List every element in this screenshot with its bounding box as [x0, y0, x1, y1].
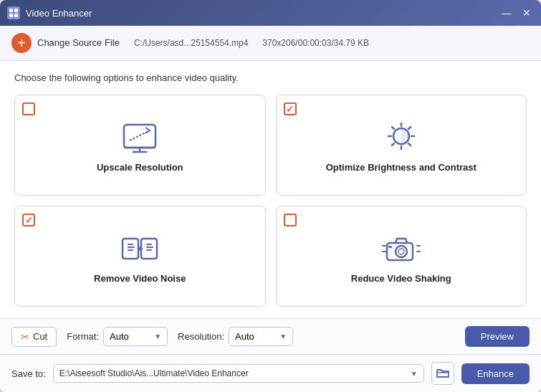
save-path-arrow-icon: ▼ — [411, 370, 418, 378]
toolbar: + Change Source File C:/Users/asd...2515… — [0, 26, 541, 61]
svg-point-28 — [396, 246, 407, 257]
change-source-button[interactable]: + Change Source File — [11, 33, 120, 53]
cut-button[interactable]: ✂ Cut — [11, 327, 57, 347]
save-to-label: Save to: — [11, 368, 46, 379]
bottom-bar: ✂ Cut Format: Auto ▼ Resolution: Auto ▼ … — [0, 318, 541, 354]
svg-line-16 — [408, 127, 411, 129]
svg-rect-30 — [388, 246, 392, 248]
format-arrow-icon: ▼ — [154, 333, 161, 340]
resolution-group: Resolution: Auto ▼ — [178, 327, 293, 346]
shaking-icon — [380, 231, 423, 266]
svg-rect-2 — [9, 14, 13, 17]
option-card-upscale[interactable]: Upscale Resolution — [14, 95, 266, 196]
option-card-shaking[interactable]: Reduce Video Shaking — [276, 206, 527, 307]
noise-label: Remove Video Noise — [94, 273, 186, 284]
format-group: Format: Auto ▼ — [67, 327, 168, 346]
format-value: Auto — [110, 331, 129, 342]
upscale-checkbox[interactable] — [22, 102, 37, 117]
preview-button[interactable]: Preview — [465, 326, 530, 347]
shaking-label: Reduce Video Shaking — [351, 273, 451, 284]
format-select[interactable]: Auto ▼ — [103, 327, 168, 346]
svg-rect-18 — [123, 239, 138, 259]
options-grid: Upscale Resolution ✓ — [14, 95, 527, 307]
resolution-arrow-icon: ▼ — [279, 333, 287, 340]
file-path: C:/Users/asd...25154554.mp4 — [134, 38, 248, 48]
save-bar: Save to: E:\Aiseesoft Studio\Ais...Ultim… — [0, 354, 541, 392]
svg-point-29 — [398, 249, 404, 254]
option-card-noise[interactable]: ✓ Remove Vide — [14, 206, 266, 307]
save-path-text: E:\Aiseesoft Studio\Ais...Ultimate\Video… — [59, 368, 406, 378]
plus-icon: + — [11, 33, 32, 53]
upscale-label: Upscale Resolution — [97, 162, 183, 173]
svg-line-14 — [392, 127, 394, 129]
main-content: Choose the following options to enhance … — [0, 61, 541, 318]
option-card-brightness[interactable]: ✓ Optimize Br — [276, 95, 527, 196]
checkbox-unchecked-upscale — [22, 102, 35, 115]
checkbox-checked-brightness: ✓ — [284, 102, 297, 115]
change-source-label: Change Source File — [37, 37, 120, 49]
noise-checkbox[interactable]: ✓ — [22, 214, 37, 228]
svg-rect-3 — [14, 14, 18, 17]
cut-label: Cut — [33, 331, 47, 342]
window-title: Video Enhancer — [26, 8, 499, 19]
brightness-label: Optimize Brightness and Contrast — [326, 162, 477, 173]
app-window: Video Enhancer — ✕ + Change Source File … — [0, 0, 541, 392]
format-label: Format: — [67, 331, 99, 342]
brightness-checkbox[interactable]: ✓ — [284, 102, 298, 117]
noise-icon — [118, 231, 161, 266]
resolution-select[interactable]: Auto ▼ — [229, 327, 293, 346]
minimize-button[interactable]: — — [499, 7, 514, 19]
upscale-icon — [118, 120, 161, 155]
svg-rect-0 — [9, 9, 13, 12]
checkbox-checked-noise: ✓ — [22, 214, 35, 226]
save-path-selector[interactable]: E:\Aiseesoft Studio\Ais...Ultimate\Video… — [53, 364, 424, 383]
svg-rect-19 — [141, 239, 157, 259]
enhance-button[interactable]: Enhance — [461, 363, 530, 384]
cut-icon: ✂ — [21, 331, 29, 343]
instruction-text: Choose the following options to enhance … — [14, 72, 527, 83]
checkbox-unchecked-shaking — [284, 214, 297, 226]
svg-line-17 — [392, 143, 394, 145]
close-button[interactable]: ✕ — [520, 7, 534, 19]
shaking-checkbox[interactable] — [284, 214, 298, 228]
title-bar: Video Enhancer — ✕ — [0, 0, 541, 26]
file-meta: 370x206/00:00:03/34.79 KB — [262, 38, 369, 48]
resolution-label: Resolution: — [178, 331, 224, 342]
window-controls: — ✕ — [499, 7, 534, 19]
svg-line-15 — [408, 143, 411, 145]
resolution-value: Auto — [235, 331, 254, 342]
svg-rect-1 — [14, 9, 18, 12]
brightness-icon — [380, 120, 423, 155]
open-folder-button[interactable] — [431, 362, 454, 385]
app-icon — [7, 6, 20, 19]
